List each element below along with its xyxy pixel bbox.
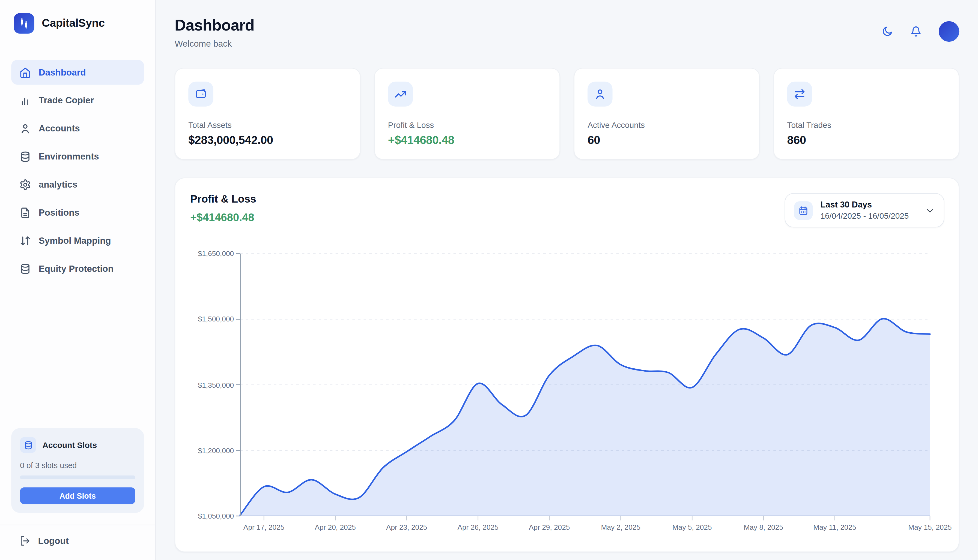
- stat-label: Total Trades: [787, 120, 946, 130]
- brand: CapitalSync: [0, 0, 155, 33]
- chart-header-titles: Profit & Loss +$414680.48: [190, 193, 256, 224]
- chart-area: $1,650,000$1,500,000$1,350,000$1,200,000…: [190, 253, 944, 539]
- logout-label: Logout: [38, 536, 69, 546]
- home-icon: [19, 66, 31, 78]
- chart-amount: +$414680.48: [190, 211, 256, 224]
- sidebar-item-analytics[interactable]: analytics: [11, 172, 144, 197]
- header-actions: [881, 21, 960, 42]
- calendar-icon: [794, 201, 813, 220]
- database-icon: [19, 263, 31, 274]
- gear-icon: [19, 178, 31, 190]
- chevron-down-icon: [925, 205, 935, 215]
- sidebar-item-label: Dashboard: [39, 67, 86, 77]
- user-icon: [19, 122, 31, 134]
- chart-title: Profit & Loss: [190, 193, 256, 206]
- arrows-up-down-icon: [19, 235, 31, 247]
- x-axis-label: May 11, 2025: [813, 523, 856, 531]
- stat-card-active-accounts: Active Accounts60: [574, 68, 760, 160]
- sidebar: CapitalSync DashboardTrade CopierAccount…: [0, 0, 156, 560]
- sidebar-item-label: analytics: [39, 179, 77, 190]
- y-axis-labels: $1,650,000$1,500,000$1,350,000$1,200,000…: [190, 253, 234, 516]
- sidebar-item-positions[interactable]: Positions: [11, 200, 144, 225]
- pnl-area-chart: [240, 253, 930, 516]
- y-axis-label: $1,200,000: [198, 447, 234, 454]
- profit-loss-card: Profit & Loss +$414680.48 Last 30 Days 1…: [175, 177, 959, 552]
- sidebar-footer: Logout: [0, 525, 155, 560]
- sidebar-item-label: Environments: [39, 151, 99, 162]
- stat-label: Active Accounts: [587, 120, 746, 130]
- trending-up-icon: [388, 82, 413, 106]
- chart-svg: [240, 253, 930, 516]
- user-avatar[interactable]: [939, 21, 959, 42]
- add-slots-button[interactable]: Add Slots: [20, 487, 135, 504]
- wallet-icon: [188, 82, 213, 106]
- date-range-dates: 16/04/2025 - 16/05/2025: [820, 211, 909, 220]
- x-axis-label: Apr 23, 2025: [386, 523, 427, 531]
- stat-card-profit-loss: Profit & Loss+$414680.48: [374, 68, 560, 160]
- notifications-button[interactable]: [910, 26, 922, 37]
- sidebar-item-dashboard[interactable]: Dashboard: [11, 60, 144, 85]
- stat-label: Total Assets: [188, 120, 347, 130]
- date-range-label: Last 30 Days: [820, 200, 909, 209]
- sidebar-item-accounts[interactable]: Accounts: [11, 116, 144, 141]
- sidebar-item-label: Equity Protection: [39, 263, 114, 274]
- stat-value: +$414680.48: [388, 133, 547, 147]
- x-axis-label: Apr 20, 2025: [314, 523, 356, 531]
- page-subtitle: Welcome back: [175, 39, 254, 49]
- x-axis-label: May 5, 2025: [672, 523, 712, 531]
- date-range-selector[interactable]: Last 30 Days 16/04/2025 - 16/05/2025: [785, 193, 944, 228]
- app-root: CapitalSync DashboardTrade CopierAccount…: [0, 0, 978, 560]
- stat-value: 60: [587, 133, 746, 147]
- x-axis-label: Apr 29, 2025: [529, 523, 570, 531]
- sidebar-item-label: Positions: [39, 207, 79, 218]
- x-axis-label: Apr 26, 2025: [457, 523, 498, 531]
- stat-label: Profit & Loss: [388, 120, 547, 130]
- bar-chart-icon: [19, 94, 31, 106]
- y-axis-label: $1,350,000: [198, 381, 234, 388]
- logout-icon: [19, 535, 30, 547]
- bell-icon: [910, 26, 922, 37]
- page-header-titles: Dashboard Welcome back: [175, 16, 254, 48]
- sidebar-item-equity-protection[interactable]: Equity Protection: [11, 256, 144, 281]
- x-axis-label: May 2, 2025: [601, 523, 640, 531]
- account-slots-card: Account Slots 0 of 3 slots used Add Slot…: [11, 428, 144, 513]
- sidebar-item-symbol-mapping[interactable]: Symbol Mapping: [11, 228, 144, 253]
- x-axis-label: May 8, 2025: [744, 523, 783, 531]
- sidebar-item-label: Accounts: [39, 123, 80, 133]
- account-slots-usage: 0 of 3 slots used: [20, 461, 135, 470]
- x-axis-label: May 15, 2025: [908, 523, 951, 531]
- user-icon: [587, 82, 612, 106]
- page-title: Dashboard: [175, 16, 254, 34]
- brand-name: CapitalSync: [42, 17, 105, 30]
- moon-icon: [881, 26, 893, 37]
- logout-button[interactable]: Logout: [11, 535, 144, 547]
- sidebar-item-label: Trade Copier: [39, 95, 94, 105]
- file-icon: [19, 207, 31, 218]
- theme-toggle-button[interactable]: [881, 26, 893, 37]
- main-content: Dashboard Welcome back Total Assets$283,…: [156, 0, 978, 560]
- arrows-left-right-icon: [787, 82, 812, 106]
- stat-card-total-assets: Total Assets$283,000,542.00: [175, 68, 361, 160]
- sidebar-item-label: Symbol Mapping: [39, 235, 111, 246]
- sidebar-nav: DashboardTrade CopierAccountsEnvironment…: [0, 60, 155, 284]
- sidebar-item-trade-copier[interactable]: Trade Copier: [11, 88, 144, 113]
- database-icon: [19, 150, 31, 162]
- x-axis-labels: Apr 17, 2025Apr 20, 2025Apr 23, 2025Apr …: [240, 523, 930, 536]
- account-slots-header: Account Slots: [20, 437, 135, 453]
- date-range-text: Last 30 Days 16/04/2025 - 16/05/2025: [820, 200, 909, 220]
- chart-header: Profit & Loss +$414680.48 Last 30 Days 1…: [190, 193, 944, 228]
- stats-grid: Total Assets$283,000,542.00Profit & Loss…: [175, 68, 959, 160]
- page-header: Dashboard Welcome back: [175, 16, 959, 48]
- y-axis-label: $1,650,000: [198, 250, 234, 257]
- sidebar-item-environments[interactable]: Environments: [11, 144, 144, 169]
- y-axis-label: $1,500,000: [198, 315, 234, 323]
- x-axis-label: Apr 17, 2025: [243, 523, 284, 531]
- y-axis-label: $1,050,000: [198, 512, 234, 520]
- database-icon: [20, 437, 36, 453]
- candlestick-logo-icon: [13, 13, 34, 33]
- stat-value: $283,000,542.00: [188, 133, 347, 147]
- account-slots-progress-bar: [20, 475, 135, 479]
- stat-value: 860: [787, 133, 946, 147]
- sidebar-spacer: [0, 284, 155, 428]
- stat-card-total-trades: Total Trades860: [773, 68, 959, 160]
